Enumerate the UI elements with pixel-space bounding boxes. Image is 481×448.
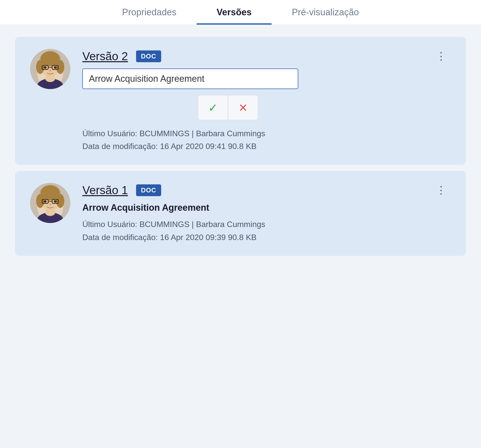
tabs-bar: Propriedades Versões Pré-visualização [0, 0, 481, 25]
version-1-meta: Último Usuário: BCUMMINGS | Barbara Cumm… [82, 218, 451, 244]
versions-list: Versão 2 DOC ⋮ ✓ ✕ Último Usuário: BCUMM… [0, 25, 481, 268]
svg-point-26 [54, 200, 57, 203]
svg-point-10 [44, 66, 47, 69]
version-2-header: Versão 2 DOC ⋮ [82, 49, 451, 63]
version-1-header: Versão 1 DOC ⋮ [82, 183, 451, 197]
svg-point-6 [56, 60, 64, 74]
action-buttons-v2: ✓ ✕ [198, 95, 258, 120]
more-menu-v1[interactable]: ⋮ [432, 183, 451, 197]
version-card-1: Versão 1 DOC ⋮ Arrow Acquisition Agreeme… [15, 171, 466, 256]
svg-point-14 [45, 75, 55, 82]
version-card-2: Versão 2 DOC ⋮ ✓ ✕ Último Usuário: BCUMM… [15, 37, 466, 165]
tab-versions[interactable]: Versões [197, 0, 272, 25]
version-1-content: Versão 1 DOC ⋮ Arrow Acquisition Agreeme… [82, 183, 451, 244]
name-input-wrapper-v2 [82, 68, 298, 89]
svg-point-29 [45, 209, 55, 216]
svg-point-21 [56, 194, 64, 208]
confirm-button[interactable]: ✓ [198, 95, 228, 120]
svg-point-27 [49, 203, 51, 206]
version-1-filename: Arrow Acquisition Agreement [82, 202, 451, 213]
cancel-button[interactable]: ✕ [228, 95, 258, 120]
svg-point-11 [54, 66, 57, 69]
version-1-title[interactable]: Versão 1 [82, 183, 128, 197]
svg-point-25 [44, 200, 47, 203]
tab-properties[interactable]: Propriedades [102, 0, 197, 25]
svg-point-12 [49, 69, 51, 72]
version-2-meta: Último Usuário: BCUMMINGS | Barbara Cumm… [82, 127, 451, 153]
avatar-v2 [30, 49, 70, 89]
version-2-content: Versão 2 DOC ⋮ ✓ ✕ Último Usuário: BCUMM… [82, 49, 451, 153]
doc-badge-v1: DOC [136, 184, 161, 196]
more-menu-v2[interactable]: ⋮ [432, 49, 451, 63]
close-icon: ✕ [238, 101, 248, 114]
version-name-input[interactable] [89, 73, 292, 84]
version-2-title[interactable]: Versão 2 [82, 49, 128, 63]
check-icon: ✓ [208, 101, 218, 114]
doc-badge-v2: DOC [136, 50, 161, 62]
avatar-v1 [30, 183, 70, 223]
svg-point-5 [36, 60, 44, 74]
tab-preview[interactable]: Pré-visualização [272, 0, 379, 25]
svg-point-20 [36, 194, 44, 208]
